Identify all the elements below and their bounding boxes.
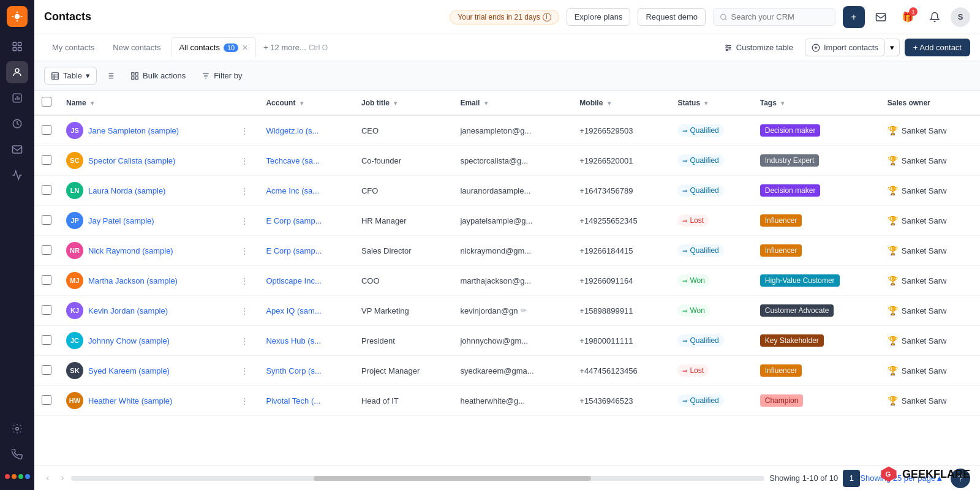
contact-name-link[interactable]: Martha Jackson (sample) bbox=[88, 276, 178, 285]
import-contacts-button[interactable]: Import contacts bbox=[805, 39, 885, 56]
row-context-menu[interactable]: ⋮ bbox=[238, 335, 251, 347]
row-context-menu[interactable]: ⋮ bbox=[238, 275, 251, 287]
account-link[interactable]: Techcave (sa... bbox=[266, 156, 319, 165]
account-link[interactable]: Widgetz.io (s... bbox=[266, 126, 318, 135]
account-link[interactable]: Synth Corp (s... bbox=[266, 366, 321, 375]
bell-button[interactable] bbox=[924, 6, 946, 28]
header-mobile[interactable]: Mobile ▾ bbox=[572, 91, 670, 115]
row-context-menu[interactable]: ⋮ bbox=[238, 215, 251, 227]
account-link[interactable]: Acme Inc (sa... bbox=[266, 186, 319, 195]
contact-name-link[interactable]: Kevin Jordan (sample) bbox=[88, 306, 168, 315]
mail-button[interactable] bbox=[870, 6, 892, 28]
search-icon bbox=[720, 13, 728, 21]
account-link[interactable]: Optiscape Inc... bbox=[266, 276, 321, 285]
scroll-left-icon[interactable] bbox=[44, 475, 51, 482]
row-checkbox[interactable] bbox=[42, 215, 51, 225]
sidebar-icon-deals[interactable] bbox=[6, 113, 28, 135]
header-tags[interactable]: Tags ▾ bbox=[753, 91, 880, 115]
header-email[interactable]: Email ▾ bbox=[453, 91, 572, 115]
tag-badge: Industry Expert bbox=[760, 154, 820, 167]
row-checkbox[interactable] bbox=[42, 365, 51, 375]
svg-point-13 bbox=[16, 428, 19, 431]
bulk-actions-button[interactable]: Bulk actions bbox=[124, 67, 192, 85]
account-link[interactable]: E Corp (samp... bbox=[266, 246, 322, 255]
row-email-cell: jaypatelsample@g... bbox=[453, 206, 572, 236]
contact-name-link[interactable]: Laura Norda (sample) bbox=[88, 186, 165, 195]
import-chevron-button[interactable]: ▾ bbox=[885, 39, 900, 56]
row-context-menu[interactable]: ⋮ bbox=[238, 155, 251, 167]
email-value: kevinjordan@gn bbox=[460, 306, 518, 315]
row-context-menu[interactable]: ⋮ bbox=[238, 395, 251, 407]
row-context-menu[interactable]: ⋮ bbox=[238, 185, 251, 197]
app-logo[interactable] bbox=[7, 6, 28, 27]
account-link[interactable]: Nexus Hub (s... bbox=[266, 336, 321, 345]
email-value: lauranordasample... bbox=[460, 186, 530, 195]
sidebar-icon-email[interactable] bbox=[6, 138, 28, 160]
contact-name-link[interactable]: Johnny Chow (sample) bbox=[88, 336, 170, 345]
header-status[interactable]: Status ▾ bbox=[670, 91, 752, 115]
contact-avatar: SC bbox=[66, 152, 83, 169]
tab-close-icon[interactable]: ✕ bbox=[242, 43, 248, 52]
email-value: marthajackson@g... bbox=[460, 276, 531, 285]
explore-plans-button[interactable]: Explore plans bbox=[567, 8, 631, 26]
row-checkbox[interactable] bbox=[42, 305, 51, 315]
page-1-button[interactable]: 1 bbox=[843, 470, 860, 487]
account-link[interactable]: E Corp (samp... bbox=[266, 216, 322, 225]
row-context-menu[interactable]: ⋮ bbox=[238, 125, 251, 137]
row-checkbox[interactable] bbox=[42, 275, 51, 285]
row-dots-cell: ⋮ bbox=[231, 236, 258, 266]
sidebar-icon-analytics[interactable] bbox=[6, 164, 28, 186]
row-name-cell: KJ Kevin Jordan (sample) bbox=[59, 296, 231, 326]
select-all-checkbox[interactable] bbox=[42, 97, 51, 107]
sidebar-icon-reports[interactable] bbox=[6, 87, 28, 109]
search-input[interactable] bbox=[731, 12, 829, 21]
account-link[interactable]: Pivotal Tech (... bbox=[266, 396, 320, 405]
contact-name-link[interactable]: Syed Kareem (sample) bbox=[88, 366, 170, 375]
header-sales-owner[interactable]: Sales owner bbox=[880, 91, 980, 115]
row-checkbox[interactable] bbox=[42, 155, 51, 165]
contact-name-link[interactable]: Spector Calista (sample) bbox=[88, 156, 175, 165]
contact-name-link[interactable]: Jane Sampleton (sample) bbox=[88, 126, 179, 135]
customize-table-button[interactable]: Customize table bbox=[717, 39, 800, 56]
row-context-menu[interactable]: ⋮ bbox=[238, 305, 251, 317]
info-icon: i bbox=[543, 13, 551, 21]
table-view-button[interactable]: Table ▾ bbox=[44, 67, 97, 85]
row-checkbox[interactable] bbox=[42, 395, 51, 405]
request-demo-button[interactable]: Request demo bbox=[638, 8, 706, 26]
tab-more[interactable]: + 12 more... Ctrl O bbox=[258, 43, 333, 52]
list-view-button[interactable] bbox=[99, 67, 121, 85]
tab-new-contacts[interactable]: New contacts bbox=[105, 37, 168, 58]
tab-all-contacts[interactable]: All contacts 10 ✕ bbox=[171, 37, 256, 58]
tab-my-contacts[interactable]: My contacts bbox=[44, 37, 102, 58]
add-button[interactable]: + bbox=[843, 6, 865, 28]
scrollbar-thumb[interactable] bbox=[314, 476, 591, 481]
svg-rect-39 bbox=[135, 77, 138, 79]
filter-button[interactable]: Filter by bbox=[195, 67, 249, 85]
status-icon: ⇒ bbox=[682, 187, 687, 194]
row-context-menu[interactable]: ⋮ bbox=[238, 365, 251, 377]
sidebar-icon-home[interactable] bbox=[6, 36, 28, 58]
account-link[interactable]: Apex IQ (sam... bbox=[266, 306, 321, 315]
tab-all-contacts-label: All contacts bbox=[179, 43, 219, 52]
contact-name-link[interactable]: Jay Patel (sample) bbox=[88, 216, 154, 225]
header-name[interactable]: Name ▾ bbox=[59, 91, 231, 115]
edit-email-icon[interactable]: ✏ bbox=[521, 306, 527, 315]
row-name-cell: NR Nick Raymond (sample) bbox=[59, 236, 231, 266]
header-account[interactable]: Account ▾ bbox=[258, 91, 354, 115]
row-checkbox[interactable] bbox=[42, 125, 51, 135]
sidebar-icon-settings[interactable] bbox=[6, 418, 28, 440]
sidebar-icon-phone[interactable] bbox=[6, 443, 28, 466]
contact-avatar: JP bbox=[66, 212, 83, 229]
row-checkbox[interactable] bbox=[42, 335, 51, 345]
scroll-right-icon[interactable] bbox=[59, 475, 66, 482]
row-context-menu[interactable]: ⋮ bbox=[238, 245, 251, 257]
sidebar-icon-contacts[interactable] bbox=[6, 61, 28, 83]
row-checkbox[interactable] bbox=[42, 245, 51, 255]
contact-name-link[interactable]: Heather White (sample) bbox=[88, 396, 172, 405]
header-job-title[interactable]: Job title ▾ bbox=[354, 91, 453, 115]
add-contact-button[interactable]: + Add contact bbox=[905, 39, 970, 56]
row-checkbox[interactable] bbox=[42, 185, 51, 195]
contact-name-link[interactable]: Nick Raymond (sample) bbox=[88, 246, 173, 255]
row-job-title-cell: President bbox=[354, 326, 453, 356]
user-avatar[interactable]: S bbox=[951, 7, 970, 27]
